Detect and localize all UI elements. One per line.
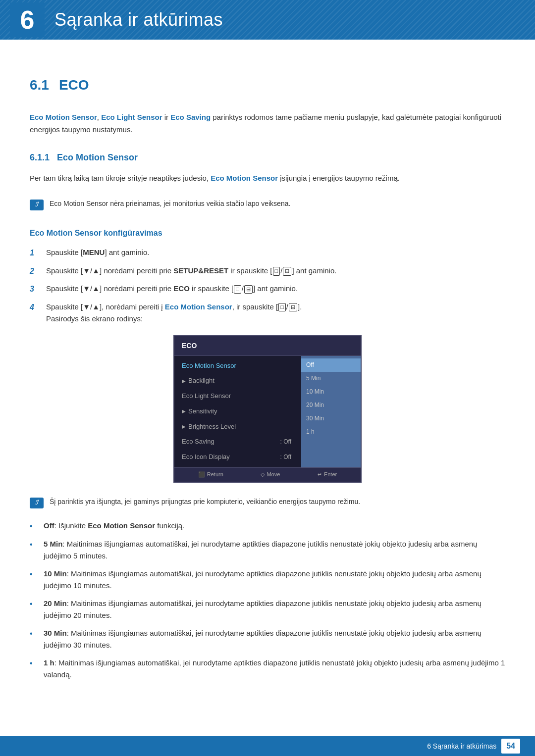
eco-menu-item-label-5: Eco Saving	[182, 437, 214, 447]
section-heading: 6.1 ECO	[30, 74, 505, 97]
note-icon-1: ℐ	[30, 200, 44, 210]
bullet-content-20min: 20 Min: Maitinimas išjungiamas automatiš…	[44, 598, 505, 621]
bullet-content-off: Off: Išjunkite Eco Motion Sensor funkcij…	[44, 520, 505, 532]
page-footer: 6 Sąranka ir atkūrimas 54	[0, 736, 535, 756]
bullet-content-30min: 30 Min: Maitinimas išjungiamas automatiš…	[44, 627, 505, 651]
step-content-1: Spauskite [MENU] ant gaminio.	[46, 247, 505, 259]
step-1: 1 Spauskite [MENU] ant gaminio.	[30, 247, 505, 259]
bullet-content-1h: 1 h: Maitinimas išjungiamas automatiškai…	[44, 657, 505, 681]
note-box-1: ℐ Eco Motion Sensor nėra prieinamas, jei…	[30, 195, 505, 214]
eco-menu-options: Off 5 Min 10 Min 20 Min 30 Min 1 h	[301, 356, 361, 468]
eco-menu-item-label-1: Backlight	[188, 376, 214, 386]
eco-option-4: 30 Min	[301, 412, 361, 425]
bullet-content-5min: 5 Min: Maitinimas išjungiamas automatišk…	[44, 538, 505, 562]
subsection-number: 6.1.1	[30, 151, 50, 165]
eco-option-3: 20 Min	[301, 399, 361, 412]
eco-menu-arrow-1: ▶	[182, 377, 186, 385]
eco-menu-item-label-6: Eco Icon Display	[182, 452, 230, 462]
eco-menu-arrow-3: ▶	[182, 407, 186, 415]
enter-icon: ↵	[318, 470, 322, 479]
note-box-2: ℐ Šį parinktis yra išjungta, jei gaminys…	[30, 493, 505, 512]
footer-page-number: 54	[501, 739, 520, 754]
eco-menu-item-5: Eco Saving : Off	[174, 434, 301, 450]
footer-text: 6 Sąranka ir atkūrimas	[427, 741, 496, 752]
eco-motion-sensor-bold: Eco Motion Sensor	[211, 174, 278, 182]
intro-paragraph: Eco Motion Sensor, Eco Light Sensor ir E…	[30, 111, 505, 136]
eco-menu-item-label-2: Eco Light Sensor	[182, 391, 231, 402]
note-text-1: Eco Motion Sensor nėra prieinamas, jei m…	[50, 199, 290, 209]
body-pre: Per tam tikrą laiką tam tikroje srityje …	[30, 174, 211, 182]
eco-menu-item-6: Eco Icon Display : Off	[174, 450, 301, 465]
step-content-2: Spauskite [▼/▲] norėdami pereiti prie SE…	[46, 265, 505, 277]
eco-menu-item-3: ▶ Sensitivity	[174, 404, 301, 419]
eco-option-1: 5 Min	[301, 372, 361, 385]
return-label: Return	[207, 470, 223, 479]
intro-sep1: ,	[97, 113, 101, 121]
return-icon: ⬛	[198, 470, 205, 479]
eco-option-2: 10 Min	[301, 385, 361, 399]
bullet-item-20min: • 20 Min: Maitinimas išjungiamas automat…	[30, 598, 505, 621]
bullet-content-10min: 10 Min: Maitinimas išjungiamas automatiš…	[44, 568, 505, 592]
eco-menu-item-0: Eco Motion Sensor	[174, 358, 301, 374]
eco-menu-screenshot: ECO Eco Motion Sensor ▶ Backlight Eco Li…	[173, 335, 362, 483]
move-label: Move	[267, 470, 280, 479]
step-number-3: 3	[30, 283, 42, 296]
eco-light-sensor-ref: Eco Light Sensor	[101, 113, 162, 121]
step-4: 4 Spauskite [▼/▲], norėdami pereiti į Ec…	[30, 301, 505, 326]
chapter-number: 6	[20, 7, 35, 33]
bullet-dot-30min: •	[30, 627, 40, 640]
eco-option-5: 1 h	[301, 425, 361, 439]
step4-sub: Pasirodys šis ekrano rodinys:	[46, 314, 143, 323]
bullet-dot-5min: •	[30, 538, 40, 551]
bullet-item-30min: • 30 Min: Maitinimas išjungiamas automat…	[30, 627, 505, 651]
eco-menu-item-4: ▶ Brightness Level	[174, 419, 301, 435]
step-2: 2 Spauskite [▼/▲] norėdami pereiti prie …	[30, 265, 505, 278]
footer-move: ◇ Move	[261, 470, 280, 479]
eco-menu-item-1: ▶ Backlight	[174, 373, 301, 389]
step-content-4: Spauskite [▼/▲], norėdami pereiti į Eco …	[46, 301, 505, 326]
chapter-number-box: 6	[10, 2, 45, 37]
step-number-1: 1	[30, 247, 42, 259]
step-3: 3 Spauskite [▼/▲] norėdami pereiti prie …	[30, 283, 505, 296]
bullet-dot-1h: •	[30, 657, 40, 670]
bullet-dot-off: •	[30, 520, 40, 533]
section-number: 6.1	[30, 74, 49, 97]
eco-menu-item-2: Eco Light Sensor	[174, 389, 301, 404]
step-number-2: 2	[30, 265, 42, 278]
eco-menu-item-label-3: Sensitivity	[188, 406, 217, 417]
bullet-item-off: • Off: Išjunkite Eco Motion Sensor funkc…	[30, 520, 505, 533]
eco-option-0: Off	[301, 358, 361, 372]
eco-menu: ECO Eco Motion Sensor ▶ Backlight Eco Li…	[173, 335, 362, 483]
subsection-body: Per tam tikrą laiką tam tikroje srityje …	[30, 172, 505, 185]
eco-saving-ref: Eco Saving	[170, 113, 211, 121]
eco-menu-value-5: : Off	[280, 437, 294, 447]
bullet-item-10min: • 10 Min: Maitinimas išjungiamas automat…	[30, 568, 505, 592]
eco-menu-title: ECO	[174, 336, 361, 355]
bullet-dot-10min: •	[30, 568, 40, 581]
steps-list: 1 Spauskite [MENU] ant gaminio. 2 Spausk…	[30, 247, 505, 325]
eco-motion-sensor-ref1: Eco Motion Sensor	[30, 113, 97, 121]
footer-enter: ↵ Enter	[318, 470, 337, 479]
step-content-3: Spauskite [▼/▲] norėdami pereiti prie EC…	[46, 283, 505, 295]
intro-sep2: ir	[162, 113, 171, 121]
main-content: 6.1 ECO Eco Motion Sensor, Eco Light Sen…	[0, 40, 535, 728]
move-icon: ◇	[261, 470, 265, 479]
note-text-2: Šį parinktis yra išjungta, jei gaminys p…	[50, 497, 360, 507]
eco-menu-item-label-4: Brightness Level	[188, 422, 236, 432]
body-post: įsijungia į energijos taupymo režimą.	[278, 174, 400, 182]
bullet-item-5min: • 5 Min: Maitinimas išjungiamas automati…	[30, 538, 505, 562]
eco-menu-value-6: : Off	[280, 453, 294, 462]
step-number-4: 4	[30, 301, 42, 314]
enter-label: Enter	[324, 470, 337, 479]
note-icon-2: ℐ	[30, 498, 44, 508]
bullet-list: • Off: Išjunkite Eco Motion Sensor funkc…	[30, 520, 505, 681]
section-title: ECO	[59, 74, 89, 97]
eco-menu-body: Eco Motion Sensor ▶ Backlight Eco Light …	[174, 356, 361, 468]
config-heading: Eco Motion Sensor konfigūravimas	[30, 227, 505, 240]
eco-menu-arrow-4: ▶	[182, 423, 186, 431]
subsection-heading: 6.1.1 Eco Motion Sensor	[30, 151, 505, 165]
eco-menu-left: Eco Motion Sensor ▶ Backlight Eco Light …	[174, 356, 301, 468]
bullet-item-1h: • 1 h: Maitinimas išjungiamas automatišk…	[30, 657, 505, 681]
subsection-title: Eco Motion Sensor	[57, 151, 138, 165]
footer-return: ⬛ Return	[198, 470, 223, 479]
